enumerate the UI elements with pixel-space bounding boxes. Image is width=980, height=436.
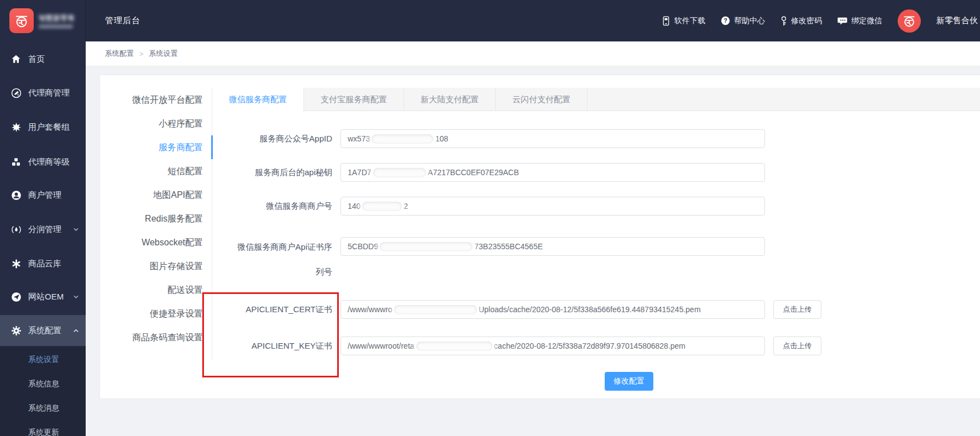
sidebar-item-goods-cloud[interactable]: 商品云库 <box>0 251 86 276</box>
sidebar-item-agent-mgmt[interactable]: 代理商管理 <box>0 81 86 105</box>
value-suffix: 108 <box>435 134 448 143</box>
sidebar-item-label: 分润管理 <box>28 224 61 235</box>
chevron-down-icon <box>73 294 79 300</box>
breadcrumb-item-system-settings: 系统设置 <box>149 49 178 59</box>
sidebar-item-website-oem[interactable]: 网站OEM <box>0 285 86 309</box>
cert-serial-input[interactable]: 5CBDD9 73B23555BC4565E <box>340 237 765 256</box>
merchant-id-input[interactable]: 140 2 <box>340 197 765 216</box>
sidebar-item-user-package[interactable]: 用户套餐组 <box>0 115 86 139</box>
apiclient-key-input[interactable]: /www/wwwroot/reta cache/2020-08-12/5f338… <box>340 337 765 355</box>
sidebar-item-agent-level[interactable]: 代理商等级 <box>0 150 86 174</box>
value-prefix: 5CBDD9 <box>348 242 378 251</box>
config-nav-wechat-open-platform[interactable]: 微信开放平台配置 <box>100 88 212 112</box>
config-nav-delivery[interactable]: 配送设置 <box>100 278 212 302</box>
bind-wechat-button[interactable]: 绑定微信 <box>837 16 882 26</box>
config-nav: 微信开放平台配置 小程序配置 服务商配置 短信配置 地图API配置 Redis服… <box>100 88 212 360</box>
config-nav-image-storage[interactable]: 图片存储设置 <box>100 254 212 278</box>
save-config-button[interactable]: 修改配置 <box>605 372 653 391</box>
level-icon <box>11 157 22 167</box>
help-center-button[interactable]: ? 帮助中心 <box>721 16 765 26</box>
submenu-item-system-info[interactable]: 系统信息 <box>0 371 86 396</box>
upload-cert-button[interactable]: 点击上传 <box>773 300 821 319</box>
redacted-blur <box>380 242 473 251</box>
menu-label: 帮助中心 <box>734 16 765 26</box>
redacted-blur <box>373 168 426 177</box>
field-label: APICLIENT_KEY证书 <box>202 337 332 355</box>
redacted-blur <box>416 342 492 351</box>
breadcrumb: 系统配置 > 系统设置 <box>86 41 980 66</box>
config-nav-redis[interactable]: Redis服务配置 <box>100 207 212 230</box>
value-prefix: 140 <box>348 202 360 211</box>
value-suffix: cache/2020-08-12/5f338a72d89f97.97014580… <box>494 342 685 350</box>
agent-icon <box>11 88 22 98</box>
upload-key-button[interactable]: 点击上传 <box>773 337 821 355</box>
sidebar-item-system-config[interactable]: 系统配置 <box>0 315 86 346</box>
sidebar-item-label: 商品云库 <box>28 259 61 269</box>
sidebar: 智慧新零售 首页 代理商管理 用户 <box>0 0 86 436</box>
sidebar-item-profit-mgmt[interactable]: 分润管理 <box>0 217 86 241</box>
sidebar-item-label: 商户管理 <box>28 190 61 201</box>
value-suffix: 73B23555BC4565E <box>474 242 543 251</box>
tab-newland-pay[interactable]: 新大陆支付配置 <box>404 88 496 111</box>
sidebar-item-merchant-mgmt[interactable]: 商户管理 <box>0 183 86 207</box>
field-label: APICLIENT_CERT证书 <box>202 300 332 319</box>
breadcrumb-item-system-config[interactable]: 系统配置 <box>105 49 134 59</box>
settings-panel: 微信开放平台配置 小程序配置 服务商配置 短信配置 地图API配置 Redis服… <box>99 75 980 399</box>
sidebar-item-label: 网站OEM <box>28 292 64 302</box>
asterisk-icon <box>11 259 22 269</box>
admin-app: 智慧新零售 首页 代理商管理 用户 <box>0 0 980 436</box>
user-avatar[interactable] <box>898 9 921 33</box>
submenu-item-system-message[interactable]: 系统消息 <box>0 396 86 420</box>
header-menu: 软件下载 ? 帮助中心 <box>662 9 980 33</box>
value-suffix: Uploads/cache/2020-08-12/5f338a566fe619.… <box>479 305 701 314</box>
apiclient-cert-input[interactable]: /www/wwwro Uploads/cache/2020-08-12/5f33… <box>340 300 765 319</box>
sidebar-item-label: 代理商管理 <box>28 88 70 98</box>
profit-icon <box>11 224 22 235</box>
field-label: 微信服务商商户Api证书序列号 <box>229 234 332 284</box>
home-icon <box>11 54 22 64</box>
config-nav-sms[interactable]: 短信配置 <box>100 159 212 183</box>
api-secret-input[interactable]: 1A7D7 A7217BCC0EF07E29ACB <box>340 163 765 182</box>
menu-label: 修改密码 <box>791 16 822 26</box>
breadcrumb-separator: > <box>139 50 144 58</box>
software-download-button[interactable]: 软件下载 <box>662 16 705 26</box>
chevron-down-icon <box>73 227 79 233</box>
config-nav-quick-login[interactable]: 便捷登录设置 <box>100 302 212 325</box>
sidebar-item-label: 系统配置 <box>28 325 61 336</box>
app-download-icon <box>662 16 670 26</box>
value-prefix: /www/wwwro <box>348 305 392 314</box>
username-label[interactable]: 新零售合伙 <box>936 15 978 26</box>
config-nav-service-provider[interactable]: 服务商配置 <box>100 135 212 159</box>
merchant-icon <box>11 190 22 201</box>
paper-plane-icon <box>11 292 22 302</box>
package-icon <box>11 122 22 133</box>
chevron-up-icon <box>73 328 79 334</box>
change-password-button[interactable]: 修改密码 <box>780 16 822 26</box>
page-title: 管理后台 <box>105 15 140 26</box>
brand-subtitle-blurred <box>39 25 73 28</box>
config-nav-map-api[interactable]: 地图API配置 <box>100 183 212 207</box>
redacted-blur <box>362 202 402 211</box>
redacted-blur <box>394 305 477 314</box>
brand-logo[interactable]: 智慧新零售 <box>0 0 86 41</box>
tab-alipay-service-provider[interactable]: 支付宝服务商配置 <box>304 88 404 111</box>
submenu-item-system-update[interactable]: 系统更新 <box>0 420 86 436</box>
value-prefix: /www/wwwroot/reta <box>348 342 415 350</box>
sidebar-item-label: 用户套餐组 <box>28 122 70 133</box>
menu-label: 绑定微信 <box>851 16 882 26</box>
config-nav-websocket[interactable]: Websocket配置 <box>100 230 212 254</box>
config-nav-barcode-query[interactable]: 商品条码查询设置 <box>100 325 212 349</box>
sidebar-item-home[interactable]: 首页 <box>0 47 86 71</box>
sidebar-item-label: 首页 <box>28 54 45 65</box>
appid-input[interactable]: wx573 108 <box>340 129 765 148</box>
payment-config-tabs: 微信服务商配置 支付宝服务商配置 新大陆支付配置 云闪付支付配置 <box>212 88 980 111</box>
gear-icon <box>11 325 22 336</box>
brand-logo-icon <box>9 8 34 33</box>
value-suffix: A7217BCC0EF07E29ACB <box>428 168 519 177</box>
tab-unionpay[interactable]: 云闪付支付配置 <box>496 88 588 111</box>
brand-name: 智慧新零售 <box>39 13 75 28</box>
field-label: 服务商后台的api秘钥 <box>202 163 332 182</box>
tab-wechat-service-provider[interactable]: 微信服务商配置 <box>212 88 304 112</box>
config-nav-miniprogram[interactable]: 小程序配置 <box>100 112 212 135</box>
submenu-item-system-settings[interactable]: 系统设置 <box>0 347 86 371</box>
